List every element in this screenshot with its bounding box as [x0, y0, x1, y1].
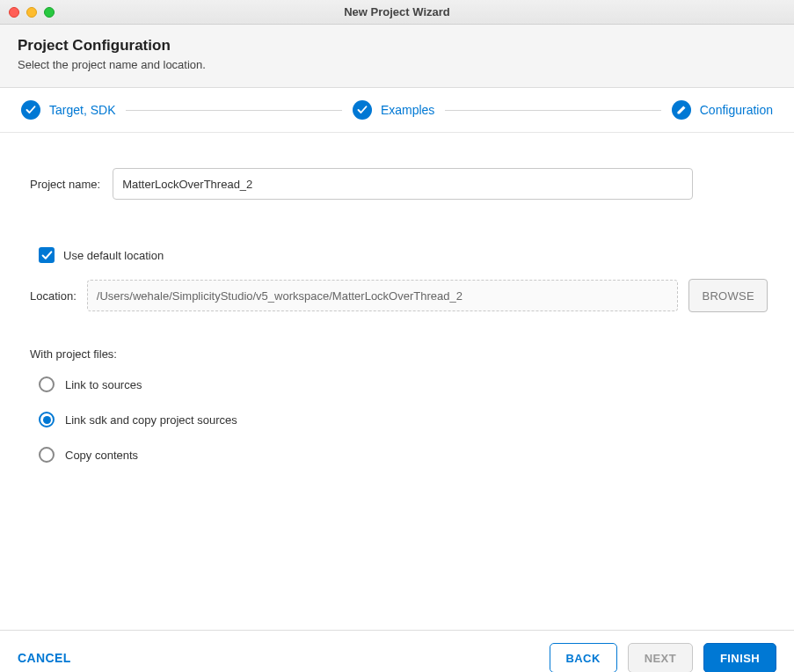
step-configuration[interactable]: Configuration [672, 100, 773, 120]
location-label: Location: [30, 289, 76, 303]
footer: CANCEL BACK NEXT FINISH [0, 630, 794, 672]
radio-link-to-sources[interactable]: Link to sources [39, 376, 768, 392]
stepper-divider [445, 110, 660, 111]
project-files-label: With project files: [30, 347, 768, 361]
check-icon [21, 100, 40, 120]
next-button: NEXT [628, 643, 693, 672]
project-name-row: Project name: [30, 168, 768, 200]
maximize-window-button[interactable] [44, 7, 55, 18]
step-label: Examples [381, 103, 434, 117]
footer-right: BACK NEXT FINISH [550, 643, 776, 672]
window-title: New Project Wizard [0, 5, 794, 18]
radio-copy-contents[interactable]: Copy contents [39, 447, 768, 463]
traffic-lights [9, 7, 55, 18]
project-name-input[interactable] [113, 168, 693, 200]
cancel-button[interactable]: CANCEL [18, 651, 71, 665]
browse-button[interactable]: BROWSE [688, 279, 768, 312]
back-button[interactable]: BACK [550, 643, 617, 672]
stepper-divider [126, 110, 341, 111]
page-subtitle: Select the project name and location. [18, 58, 776, 71]
location-input [87, 280, 679, 311]
project-name-label: Project name: [30, 178, 100, 191]
close-window-button[interactable] [9, 7, 19, 18]
page-title: Project Configuration [18, 37, 776, 55]
use-default-location-checkbox[interactable] [39, 247, 55, 263]
wizard-stepper: Target, SDK Examples Configuration [0, 88, 794, 133]
step-examples[interactable]: Examples [353, 100, 434, 120]
check-icon [353, 100, 372, 120]
radio-label: Link to sources [65, 378, 142, 391]
step-label: Target, SDK [49, 103, 115, 117]
radio-link-sdk-copy-sources[interactable]: Link sdk and copy project sources [39, 412, 768, 427]
radio-button[interactable] [39, 447, 55, 463]
window-titlebar: New Project Wizard [0, 0, 794, 25]
minimize-window-button[interactable] [26, 7, 37, 18]
radio-label: Copy contents [65, 449, 138, 462]
use-default-location-row[interactable]: Use default location [39, 247, 768, 263]
step-label: Configuration [700, 103, 773, 117]
pencil-icon [672, 100, 691, 120]
content-area: Project name: Use default location Locat… [0, 133, 794, 630]
use-default-location-label: Use default location [63, 249, 164, 262]
radio-button[interactable] [39, 376, 55, 392]
finish-button[interactable]: FINISH [703, 643, 776, 672]
location-row: Location: BROWSE [26, 279, 768, 312]
header: Project Configuration Select the project… [0, 25, 794, 88]
step-target-sdk[interactable]: Target, SDK [21, 100, 115, 120]
radio-button[interactable] [39, 412, 55, 427]
radio-label: Link sdk and copy project sources [65, 413, 237, 427]
